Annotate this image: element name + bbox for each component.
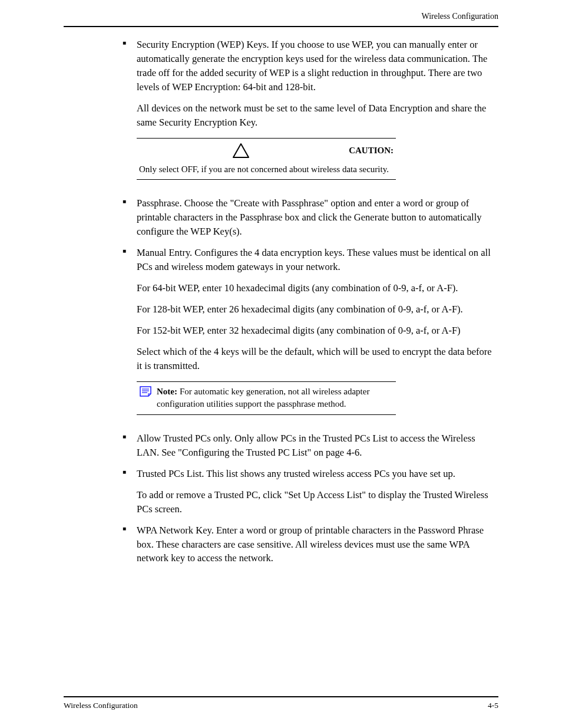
note-box: Note:For automatic key generation, not a… [137, 381, 396, 416]
body-text: Security Encryption (WEP) Keys. If you c… [64, 38, 498, 565]
warning-triangle-icon [232, 142, 250, 160]
bullet-wpa-key: WPA Network Key. Enter a word or group o… [123, 523, 498, 566]
footer: Wireless Configuration 4-5 [64, 696, 498, 710]
page: Wireless Configuration Security Encrypti… [0, 0, 562, 728]
manual-128bit: For 128-bit WEP, enter 26 hexadecimal di… [123, 302, 498, 317]
rule-top [64, 26, 498, 27]
wep-keys-continuation: All devices on the network must be set t… [123, 101, 498, 130]
note-text: Note:For automatic key generation, not a… [157, 386, 394, 411]
caution-header: CAUTION: [139, 142, 394, 160]
content-area: Wireless Configuration Security Encrypti… [64, 12, 498, 687]
bullet-trusted-list: Trusted PCs List. This list shows any tr… [123, 467, 498, 481]
bullet-manual-entry: Manual Entry. Configures the 4 data encr… [123, 246, 498, 274]
svg-marker-0 [233, 144, 249, 157]
running-head: Wireless Configuration [64, 12, 498, 26]
bullet-passphrase: Passphrase. Choose the "Create with Pass… [123, 196, 498, 239]
manual-152bit: For 152-bit WEP, enter 32 hexadecimal di… [123, 324, 498, 338]
bullet-wep-keys: Security Encryption (WEP) Keys. If you c… [123, 38, 498, 94]
caution-box: CAUTION: Only select OFF, if you are not… [137, 138, 396, 180]
caution-body: Only select OFF, if you are not concerne… [139, 163, 394, 176]
bullet-allow-trusted: Allow Trusted PCs only. Only allow PCs i… [123, 431, 498, 460]
manual-default-key: Select which of the 4 keys will be the d… [123, 345, 498, 373]
manual-64bit: For 64-bit WEP, enter 10 hexadecimal dig… [123, 281, 498, 295]
note-icon [139, 386, 151, 395]
rule-bottom [64, 696, 498, 697]
trusted-list-continuation: To add or remove a Trusted PC, click "Se… [123, 488, 498, 516]
footer-right: 4-5 [488, 701, 498, 710]
note-body: For automatic key generation, not all wi… [157, 387, 369, 409]
footer-left: Wireless Configuration [64, 701, 138, 710]
note-label: Note: [157, 387, 177, 396]
footer-line: Wireless Configuration 4-5 [64, 701, 498, 710]
caution-label: CAUTION: [349, 144, 394, 157]
